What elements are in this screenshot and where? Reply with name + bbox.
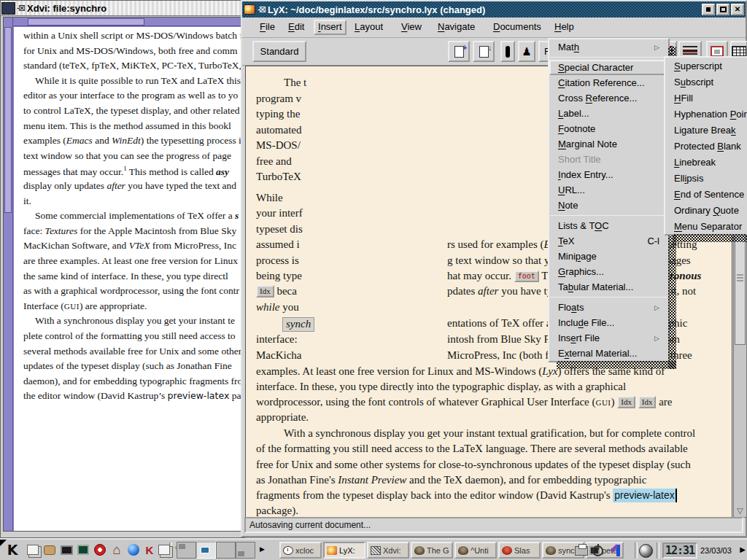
launcher-documents-2-icon[interactable] <box>156 542 172 558</box>
digital-clock: 12:31 <box>662 542 697 559</box>
menu-item-citation-reference[interactable]: Citation Reference... <box>549 75 668 90</box>
menu-item-ellipsis[interactable]: EllipsisM-period <box>665 170 747 186</box>
xdvi-horizontal-scrollbar[interactable] <box>13 18 243 26</box>
menu-layout[interactable]: Layout <box>350 20 387 35</box>
idx-inset-button[interactable]: Idx <box>638 396 657 408</box>
menu-item-marginal-note[interactable]: Marginal Note <box>549 136 668 152</box>
menu-documents[interactable]: Documents <box>489 20 546 35</box>
launcher-k-tools-icon[interactable]: K <box>142 542 158 558</box>
lyx-titlebar[interactable]: -⊠ LyX: ~/doc/beginlatex/src/synchro.lyx… <box>242 1 746 18</box>
menu-item-minipage[interactable]: Minipage <box>549 249 668 264</box>
special-character-submenu: SuperscriptSubscriptHFillHyphenation Poi… <box>664 56 747 236</box>
xdvi-hscroll-thumb[interactable] <box>28 18 144 26</box>
xdvi-icon <box>371 546 381 555</box>
menu-edit[interactable]: Edit <box>284 20 309 35</box>
task-button-xdvi[interactable]: Xdvi: <box>367 542 409 559</box>
scroll-down-icon[interactable]: ▽ <box>734 504 746 517</box>
noun-style-button[interactable]: ♟ <box>518 41 535 62</box>
dvi-text-line: MacKichan Software, and VTeX from MicroP… <box>23 240 236 252</box>
tray-plug-icon[interactable] <box>610 542 620 559</box>
menu-item-external-material[interactable]: External Material... <box>549 346 668 361</box>
task-button-xcloc[interactable]: xcloc <box>279 542 322 559</box>
menu-item-special-character[interactable]: Special Character <box>549 60 668 75</box>
launcher-web-globe-icon[interactable] <box>125 542 142 558</box>
dvi-text-line: While it is quite possible to run TeX an… <box>35 75 241 87</box>
menu-item-tex[interactable]: TeXC-l <box>549 233 668 249</box>
menu-navigate[interactable]: Navigate <box>433 20 479 35</box>
submenu-arrow-icon: ▷ <box>654 335 659 342</box>
dvi-text-line: Interface (GUI) are appropriate. <box>23 300 147 312</box>
xdvi-vertical-scrollbar[interactable] <box>4 18 13 531</box>
emphasis-button[interactable] <box>500 41 515 62</box>
menu-help[interactable]: Help <box>550 20 578 35</box>
menu-item-protected-blank[interactable]: Protected BlankS-C-space <box>665 138 747 154</box>
pager-desktop-4[interactable] <box>236 542 255 559</box>
tray-moon-icon[interactable] <box>639 542 653 559</box>
menu-item-superscript[interactable]: Superscript <box>665 58 747 74</box>
xdvi-vscroll-thumb[interactable] <box>4 27 12 213</box>
launcher-documents-icon[interactable] <box>25 542 41 558</box>
pager-desktop-2[interactable] <box>196 542 216 559</box>
menu-item-url[interactable]: URL... <box>549 182 668 198</box>
menu-item-ligature-break[interactable]: Ligature BreakS-C-L <box>665 122 747 138</box>
tray-printer-icon[interactable] <box>575 542 588 559</box>
menu-item-subscript[interactable]: Subscript <box>665 74 747 90</box>
minimize-button[interactable] <box>702 4 715 15</box>
dvi-text-line: it. <box>23 195 31 207</box>
task-button-slas[interactable]: Slas <box>498 542 541 559</box>
task-button-unti[interactable]: ^Unti <box>454 542 497 559</box>
launcher-display-icon[interactable] <box>58 542 74 558</box>
launcher-folder-tan-icon[interactable] <box>42 542 58 558</box>
menu-item-label[interactable]: Label... <box>549 106 668 121</box>
paste-add-button[interactable] <box>448 41 470 62</box>
menu-item-linebreak[interactable]: LinebreakC-Return <box>665 154 747 170</box>
menu-file[interactable]: File <box>255 20 279 35</box>
pager-desktop-3[interactable] <box>216 542 236 559</box>
menu-item-footnote[interactable]: Footnote <box>549 121 668 136</box>
document-text-line: free for Unix and some other systems for… <box>246 459 732 474</box>
foot-inset-button[interactable]: foot <box>514 271 539 282</box>
xdvi-app-icon[interactable] <box>1 2 15 15</box>
idx-inset-button[interactable]: Idx <box>617 396 635 408</box>
dvi-text-line: standard (teTeX, fpTeX, MiKTeX, PC-TeX, … <box>23 60 241 71</box>
menu-item-insert-file[interactable]: Insert File▷ <box>549 330 668 346</box>
gnu-icon <box>546 546 556 555</box>
menu-separator <box>550 297 667 298</box>
paragraph-style-combo[interactable]: Standard <box>252 41 306 62</box>
tasklist-scroll-left-icon[interactable]: ▶ <box>260 545 265 553</box>
document-text-line: appropriate. <box>246 411 732 427</box>
menu-item-graphics[interactable]: Graphics... <box>549 264 668 279</box>
menu-item-ordinary-quote[interactable]: Ordinary QuoteC-quotedbl <box>665 202 747 218</box>
xdvi-titlebar[interactable]: -⊠ Xdvi: file:synchro <box>1 1 244 16</box>
close-button[interactable]: ✕ <box>731 4 744 15</box>
menu-item-note[interactable]: Note <box>549 198 668 213</box>
menu-item-floats[interactable]: Floats▷ <box>549 300 668 315</box>
task-button-lyx[interactable]: LyX: <box>323 542 365 559</box>
lyx-app-icon[interactable] <box>244 4 255 15</box>
menu-item-end-of-sentence[interactable]: End of SentenceC-period <box>665 186 747 202</box>
menu-item-tabular-material[interactable]: Tabular Material... <box>549 279 668 295</box>
task-button-theg[interactable]: The G <box>411 542 453 559</box>
menu-item-index-entry[interactable]: Index Entry... <box>549 167 668 182</box>
launcher-k-menu-icon[interactable]: K <box>4 542 20 558</box>
paste-run-button[interactable] <box>473 41 495 62</box>
menu-item-hfill[interactable]: HFill <box>665 90 747 106</box>
dvi-text-line: menu item. This is the method assumed in… <box>23 120 231 132</box>
pager-desktop-1[interactable] <box>177 542 196 559</box>
idx-inset-button[interactable]: Idx <box>256 285 274 298</box>
launcher-terminal-green-icon[interactable] <box>75 542 91 558</box>
launcher-help-lifering-icon[interactable] <box>92 542 108 558</box>
panel-scroll-right-icon[interactable]: ▶ <box>740 545 746 553</box>
menu-item-cross-reference[interactable]: Cross Reference... <box>549 90 668 106</box>
menu-item-menu-separator[interactable]: Menu Separator <box>665 218 747 234</box>
menu-item-lists-toc[interactable]: Lists & TOC <box>549 218 668 233</box>
menu-item-include-file[interactable]: Include File... <box>549 315 668 330</box>
menu-view[interactable]: View <box>397 20 426 35</box>
maximize-button[interactable] <box>716 4 729 15</box>
menu-item-hyphenation-point[interactable]: Hyphenation PointC-minus <box>665 106 747 122</box>
taskbar: ▶ 12:31 23/03/03 ▶ K⌂K✎xclocLyX:Xdvi:The… <box>0 538 747 560</box>
tray-power-icon[interactable] <box>592 542 603 559</box>
menu-insert[interactable]: Insert <box>314 20 347 35</box>
launcher-home-icon[interactable]: ⌂ <box>109 542 125 558</box>
menu-item-math[interactable]: Math▷ <box>549 39 668 55</box>
